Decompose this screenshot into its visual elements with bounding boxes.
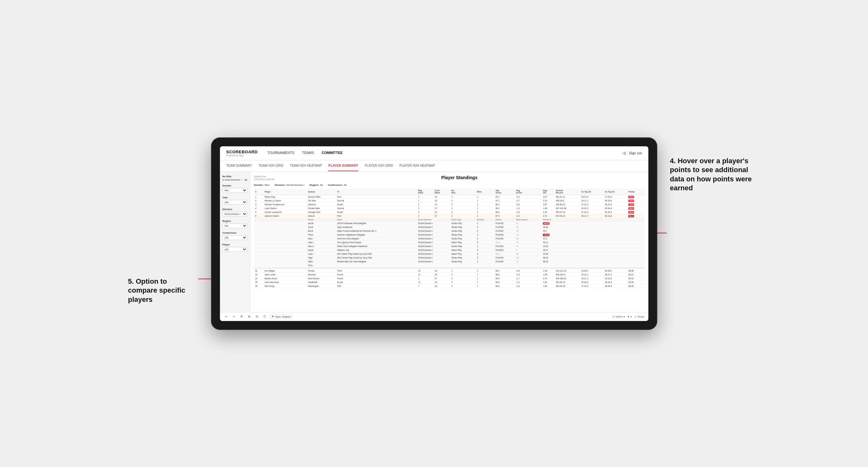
- detail-row: Luke I SEC Match Play hosted by Jerry Pa…: [254, 252, 645, 256]
- conf-rank-cell: 15: [434, 195, 450, 199]
- logo-title: SCOREBOARD: [226, 150, 258, 154]
- rank-cell: 1: [254, 195, 264, 199]
- tab-team-h2h-heatmap[interactable]: TEAM H2H HEATMAP: [290, 161, 322, 171]
- conference-select[interactable]: (All): [222, 235, 247, 240]
- table-row[interactable]: 23 Jack Lundin Missouri Fourth 11 24 0 1…: [254, 273, 645, 277]
- nav-committee[interactable]: COMMITTEE: [322, 146, 343, 160]
- detail-row: Phich Southern Highlands Collegiate NCAA…: [254, 233, 645, 237]
- filter-rounds-label: No Rds.: [222, 175, 247, 178]
- clock-button[interactable]: ⏱: [262, 314, 268, 319]
- filter-bar: Gender: Men Division: NCAA Division I Re…: [254, 184, 645, 186]
- bottom-toolbar: ↩ ↪ ⚙ ⊞ ⊟ ⏱ 👁 View: Original ⊙ Watch ▾: [220, 312, 648, 321]
- nav-bar: SCOREBOARD Powered by clippi TOURNAMENTS…: [220, 146, 648, 160]
- vs25-cell: 29-15-0: [580, 195, 603, 199]
- watch-button[interactable]: ⊙ Watch ▾: [612, 315, 625, 318]
- watch-icon: ⊙: [612, 315, 615, 318]
- points-cell[interactable]: 68.2: [627, 195, 644, 199]
- tab-team-summary[interactable]: TEAM SUMMARY: [226, 161, 252, 171]
- region-select[interactable]: N/A: [222, 223, 247, 228]
- col-adj-score: Adj.Score: [494, 188, 515, 195]
- player-name-cell[interactable]: Wenyi Ding: [263, 195, 307, 199]
- tab-team-h2h-grid[interactable]: TEAM H2H GRID: [258, 161, 283, 171]
- year-select[interactable]: (All): [222, 200, 247, 205]
- filter-bar-conference: Conference: All: [328, 184, 347, 186]
- tab-player-h2h-grid[interactable]: PLAYER H2H GRID: [365, 161, 393, 171]
- table-row[interactable]: 24 Bastien Amat New Mexico Fourth 1 27 2…: [254, 277, 645, 281]
- col-player: Player: [263, 188, 307, 195]
- col-conf-rank: ConfRank: [434, 188, 450, 195]
- download-icon: ⬇: [627, 315, 629, 318]
- rounds-slider[interactable]: [224, 180, 244, 180]
- col-avg-sg: AvgSG: [541, 188, 554, 195]
- avg-par-cell: -3.2: [515, 195, 542, 199]
- eye-icon: 👁: [272, 315, 274, 318]
- vs50-cell: 17-23-0: [603, 195, 627, 199]
- col-school: School: [307, 188, 336, 195]
- table-row[interactable]: 4 Luke Clanton Florida State Second 5 27…: [254, 207, 645, 210]
- update-time: Update time: 27/01/2024 16:56:26: [254, 175, 275, 181]
- table-row[interactable]: 3 Michael Thorbjornsen Stanford Fourth 1…: [254, 203, 645, 207]
- table-row[interactable]: 22 Ian Gilligan Florida Third 10 24 1 1 …: [254, 269, 645, 273]
- yr-cell: First: [336, 195, 416, 199]
- logo-subtitle: Powered by clippi: [226, 154, 258, 157]
- filter-conference-label: Conference: [222, 231, 247, 234]
- detail-header-row: Player Event Event Division Event Type R…: [254, 218, 645, 222]
- detail-row: Tiger SEC Stroke Play hosted by Jerry Pa…: [254, 256, 645, 260]
- detail-row: Tech...: [254, 263, 645, 268]
- nav-back-icon[interactable]: ◁|: [622, 151, 626, 155]
- copy-button[interactable]: ⊞: [247, 314, 252, 319]
- nav-teams[interactable]: TEAMS: [302, 146, 314, 160]
- tab-player-h2h-heatmap[interactable]: PLAYER H2H HEATMAP: [399, 161, 435, 171]
- filter-group-year: Year (All): [222, 196, 247, 205]
- download-button[interactable]: ⬇ ▾: [627, 315, 632, 318]
- table-body: 1 Wenyi Ding Arizona State First 1 15 1 …: [254, 195, 645, 288]
- annotation-right: 4. Hover over a player's points to see a…: [670, 157, 759, 193]
- filter-group-region: Region N/A: [222, 220, 247, 228]
- tab-player-summary[interactable]: PLAYER SUMMARY: [328, 161, 358, 171]
- detail-row: Alex C Fallen Oak Collegiate Invitationa…: [254, 245, 645, 248]
- rounds-min: 4: [222, 179, 224, 181]
- detail-row: Jake I The Cypress Point Classic NCAA Di…: [254, 241, 645, 245]
- view-original-button[interactable]: 👁 View: Original: [270, 314, 292, 319]
- col-wins: Wins: [475, 188, 494, 195]
- gender-select[interactable]: Men Women: [222, 188, 247, 193]
- school-cell: Arizona State: [307, 195, 336, 199]
- player-select[interactable]: (All): [222, 247, 247, 252]
- division-select[interactable]: NCAA Division I ▾: [222, 212, 247, 216]
- main-content: No Rds. 4 52 Gender Men: [220, 172, 648, 312]
- detail-row: Jacob UNCW Seahawk Intercollegiate NCAA …: [254, 222, 645, 225]
- panel-title: Player Standings: [275, 175, 645, 180]
- filters-panel: No Rds. 4 52 Gender Men: [220, 172, 250, 312]
- detail-row: Marc Amer Am Intercollegiate NCAA Divisi…: [254, 237, 645, 241]
- table-row[interactable]: 25 Cole Sherwood Vanderbilt Fourth 12 23…: [254, 281, 645, 284]
- detail-row: David Williams Cup NCAA Division I Match…: [254, 248, 645, 252]
- table-row[interactable]: 26 Petr Hruby Washington Fifth 7 23 0 1 …: [254, 284, 645, 288]
- data-panel: Update time: 27/01/2024 16:56:26 Player …: [250, 172, 648, 312]
- col-avg-par: Avgto-Par: [515, 188, 542, 195]
- col-vs25: Vs Top 25: [580, 188, 603, 195]
- filter-bar-division: Division: NCAA Division I: [275, 184, 304, 186]
- table-header: # Player School Yr RegRank ConfRank NoRd…: [254, 188, 645, 195]
- table-row[interactable]: 2 Michael La Sasso Ole Miss Second 1 18 …: [254, 199, 645, 203]
- table-row[interactable]: 1 Wenyi Ding Arizona State First 1 15 1 …: [254, 195, 645, 199]
- col-points: Points: [627, 188, 644, 195]
- nav-right: ◁| Sign out: [622, 151, 642, 155]
- col-yr: Yr: [336, 188, 416, 195]
- filter-button[interactable]: ⚙: [239, 314, 244, 319]
- chevron-down-icon: ▾: [623, 315, 625, 318]
- dash-button[interactable]: ⊟: [254, 314, 259, 319]
- filter-group-conference: Conference (All): [222, 231, 247, 240]
- detail-row: Brent Wake Forest Invitational at Pinehu…: [254, 229, 645, 233]
- col-overall-record: OverallRecord: [554, 188, 580, 195]
- toolbar-right: ⊙ Watch ▾ ⬇ ▾ ↗ Share: [612, 315, 645, 318]
- tablet-screen: SCOREBOARD Powered by clippi TOURNAMENTS…: [220, 146, 648, 321]
- share-icon: ↗: [634, 315, 637, 318]
- nav-tournaments[interactable]: TOURNAMENTS: [267, 146, 294, 160]
- share-button[interactable]: ↗ Share: [634, 315, 644, 318]
- sign-out-link[interactable]: Sign out: [629, 151, 642, 155]
- redo-button[interactable]: ↪: [231, 314, 237, 319]
- filter-bar-gender: Gender: Men: [254, 184, 270, 186]
- undo-button[interactable]: ↩: [224, 314, 229, 319]
- table-row[interactable]: 5 Christo Lamprecht Georgia Tech Fourth …: [254, 210, 645, 214]
- table-row-highlighted[interactable]: 6 Jackson Kolson Auburn First 2 27 2 1 8…: [254, 214, 645, 218]
